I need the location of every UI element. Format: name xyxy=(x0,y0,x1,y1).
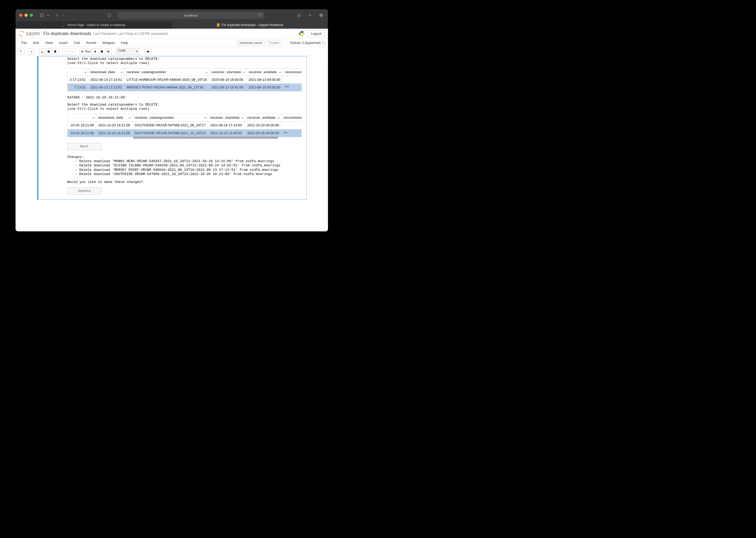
restart-kernel-button[interactable] xyxy=(98,48,105,55)
sort-icon xyxy=(121,71,123,73)
table-cell: 2021-08-13 17:13:51 xyxy=(88,84,124,91)
table-header[interactable]: download_date xyxy=(96,114,133,122)
notebook-autosaved: (autosaved) xyxy=(151,32,168,35)
table-cell: 2022-05-25 00:00:00 xyxy=(245,129,281,137)
window-zoom-button[interactable] xyxy=(30,14,33,17)
notebook-cell[interactable]: Select the download catalognumbers to DE… xyxy=(37,56,307,200)
table-cell: 2021-08-13 16:42:00 xyxy=(209,84,246,91)
changes-line: - Delete download 'MERSEY POINT-VR2AR-54… xyxy=(67,168,304,172)
table-cell: -10-20 16:21:08 xyxy=(67,122,96,129)
table-header[interactable]: receiver_startdate xyxy=(209,68,246,76)
sort-icon xyxy=(205,71,208,73)
table-header[interactable] xyxy=(67,114,96,122)
jupyter-logo[interactable]: jupyter xyxy=(19,31,40,36)
paste-button[interactable] xyxy=(52,48,59,55)
status-notebook-saved: Notebook saved xyxy=(237,40,265,46)
menu-insert[interactable]: Insert xyxy=(56,39,71,46)
browser-tab-home[interactable]: Home Page - Select or create a notebook xyxy=(16,21,172,29)
save-button[interactable] xyxy=(18,48,25,55)
menu-edit[interactable]: Edit xyxy=(30,39,42,46)
table-header[interactable]: download_date xyxy=(88,68,124,76)
menu-help[interactable]: Help xyxy=(118,39,131,46)
table-cell: 2021-10-20 00:00:00 xyxy=(245,122,281,129)
table-header[interactable]: recommended xyxy=(283,68,302,76)
svg-marker-24 xyxy=(108,51,109,52)
table-row[interactable]: -10-20 16:21:082021-10-20 16:21:08SOUTHS… xyxy=(67,129,302,137)
table-row[interactable]: 7:13:512021-08-13 17:13:51MERSEY POINT-V… xyxy=(67,84,302,91)
window-close-button[interactable] xyxy=(19,14,23,17)
svg-rect-7 xyxy=(320,16,321,17)
table-header[interactable]: receiver_enddate xyxy=(246,68,283,76)
output-table-2[interactable]: download_datereceiver_catalognumberrecei… xyxy=(67,114,302,139)
status-trusted[interactable]: Trusted xyxy=(266,40,281,46)
svg-rect-19 xyxy=(48,51,49,52)
sort-icon xyxy=(84,71,87,73)
table-row[interactable]: -10-20 16:21:082021-10-20 16:21:08SOUTHS… xyxy=(67,122,302,129)
share-icon[interactable] xyxy=(296,12,302,19)
svg-point-15 xyxy=(42,52,43,53)
kernel-name[interactable]: Python 3 (ipykernel) xyxy=(286,40,325,45)
svg-point-9 xyxy=(300,31,301,32)
tab-group-dropdown-icon[interactable] xyxy=(45,12,51,19)
move-down-button[interactable] xyxy=(69,48,76,55)
table-cell: 2021-08-13 00:00:00 xyxy=(246,76,283,83)
notebook-title[interactable]: Fix duplicate downloads xyxy=(43,31,91,36)
insert-cell-button[interactable] xyxy=(28,48,35,55)
run-button[interactable]: Run xyxy=(80,48,92,55)
svg-rect-23 xyxy=(95,51,96,52)
output-table-1[interactable]: download_datereceiver_catalognumberrecei… xyxy=(67,68,302,91)
table-cell: 3 17:13:51 xyxy=(67,76,88,83)
table-cell: -10-20 16:21:08 xyxy=(67,129,96,137)
svg-rect-26 xyxy=(147,51,149,52)
reload-icon[interactable] xyxy=(258,13,262,18)
tab-overview-icon[interactable] xyxy=(318,12,324,19)
table-header[interactable]: receiver_enddate xyxy=(245,114,281,122)
window-minimize-button[interactable] xyxy=(25,14,27,17)
confirm-prompt: Would you like to make these changes? xyxy=(67,180,304,184)
table-header[interactable]: receiver_catalognumber xyxy=(124,68,209,76)
table-header[interactable] xyxy=(67,68,88,76)
notebook-favicon-icon: 📙 xyxy=(216,23,220,27)
sort-icon xyxy=(243,71,245,73)
menu-cell[interactable]: Cell xyxy=(71,39,83,46)
jupyter-brand-text: jupyter xyxy=(26,31,40,36)
browser-tab-notebook[interactable]: 📙 Fix duplicate downloads - Jupyter Note… xyxy=(172,21,328,29)
svg-point-14 xyxy=(41,52,42,53)
horizontal-scrollbar[interactable] xyxy=(133,136,278,139)
kernel-status-icon xyxy=(322,41,325,44)
move-up-button[interactable] xyxy=(62,48,69,55)
table-header[interactable]: recommended xyxy=(281,114,302,122)
output-heading-2: 547089 - 2021-10-20 16:21:08: xyxy=(67,95,304,100)
cut-button[interactable] xyxy=(39,48,45,55)
new-tab-icon[interactable] xyxy=(307,12,313,19)
restart-run-all-button[interactable] xyxy=(105,48,112,55)
next-button[interactable]: Next xyxy=(67,143,102,150)
menu-widgets[interactable]: Widgets xyxy=(99,39,118,46)
notebook-checkpoint: Last Checkpoint: Last Friday at 2:36 PM xyxy=(93,32,149,35)
address-bar[interactable]: localhost xyxy=(118,12,264,19)
jupyter-icon xyxy=(18,30,25,37)
nav-forward-button[interactable] xyxy=(60,12,67,19)
table-row[interactable]: 3 17:13:512021-08-13 17:13:51LITTLE HARB… xyxy=(67,76,302,83)
nav-back-button[interactable] xyxy=(54,12,60,19)
copy-button[interactable] xyxy=(45,48,52,55)
logout-button[interactable]: Logout xyxy=(307,30,325,37)
update-button[interactable]: Update xyxy=(67,188,102,195)
table-cell xyxy=(281,122,302,129)
browser-tab-label: Home Page - Select or create a notebook xyxy=(67,23,126,27)
table-header[interactable]: receiver_catalognumber xyxy=(133,114,208,122)
interrupt-button[interactable] xyxy=(92,48,99,55)
menu-kernel[interactable]: Kernel xyxy=(83,39,99,46)
command-palette-button[interactable] xyxy=(144,48,151,55)
table-header[interactable]: receiver_startdate xyxy=(208,114,245,122)
svg-rect-11 xyxy=(21,50,22,51)
menu-view[interactable]: View xyxy=(42,39,56,46)
menu-file[interactable]: File xyxy=(18,39,30,46)
changes-line: - Delete download 'MONKS HEAD-VR2AR-5493… xyxy=(67,159,304,163)
cell-type-select[interactable]: Code xyxy=(116,48,139,55)
sort-icon xyxy=(129,117,131,119)
shield-icon[interactable] xyxy=(106,12,112,19)
sidebar-toggle-icon[interactable] xyxy=(39,12,45,19)
svg-rect-21 xyxy=(55,50,56,51)
table-cell: 2021-08-13 17:13:51 xyxy=(88,76,124,83)
